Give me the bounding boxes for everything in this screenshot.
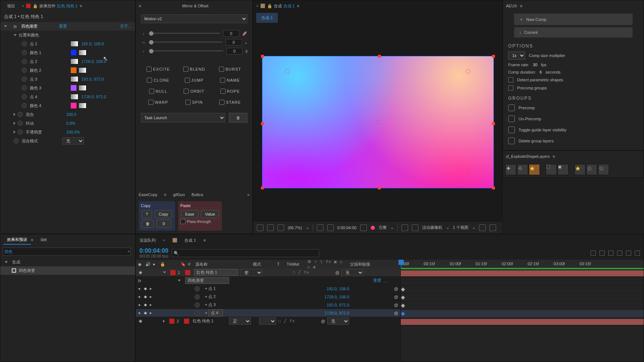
zero-field[interactable]: 0: [156, 220, 171, 228]
label-col-icon[interactable]: 🔖: [181, 262, 186, 267]
passthrough-checkbox[interactable]: Pass-through: [180, 219, 211, 224]
stare-button[interactable]: STARE: [213, 97, 247, 107]
new-comp-button[interactable]: ＋New Comp: [514, 14, 633, 25]
keyframe[interactable]: [401, 287, 405, 291]
audio-col-icon[interactable]: 🔊: [145, 262, 151, 267]
layer2-name[interactable]: 红色 纯色 1: [193, 318, 213, 324]
layer2-bar[interactable]: [401, 318, 644, 326]
fps-value[interactable]: 30: [533, 63, 537, 67]
jump-button[interactable]: JUMP: [177, 75, 212, 85]
keyframe[interactable]: [401, 295, 405, 299]
solo-col-icon[interactable]: ●: [153, 262, 158, 266]
point2-value[interactable]: 1728.0, 108.0: [81, 59, 106, 64]
tl-point4[interactable]: 1728.0, 972.0: [325, 311, 349, 315]
pickwhip-icon[interactable]: @: [394, 287, 398, 291]
task-launch-select[interactable]: Task Launch: [141, 113, 225, 123]
clear-search-icon[interactable]: ×: [128, 249, 130, 253]
group-pos-color[interactable]: 位置和颜色: [19, 32, 39, 38]
timeline-comp-tab[interactable]: 合成 1: [184, 238, 196, 243]
center-icon[interactable]: ›‹: [141, 40, 146, 45]
toggle-guide-action[interactable]: Toggle guide layer visibility: [503, 124, 644, 135]
mask-icon[interactable]: [277, 224, 284, 231]
orbit-button[interactable]: ORBIT: [177, 86, 212, 96]
tl-reset[interactable]: 重置: [373, 278, 381, 283]
timeline-search-input[interactable]: [172, 249, 319, 257]
trash-small-button[interactable]: 🗑: [142, 220, 154, 228]
excite-button[interactable]: EXCITE: [141, 64, 176, 74]
layer2-expand[interactable]: [163, 320, 165, 323]
quality-select[interactable]: 完整: [379, 225, 387, 230]
snapshot-icon[interactable]: [360, 224, 367, 231]
explode-btn1[interactable]: ✦: [505, 164, 516, 175]
transparency-icon[interactable]: [401, 224, 408, 231]
layer1-parent[interactable]: 无: [342, 269, 364, 276]
fx-controls-tab[interactable]: 效果控件 红色 纯色 1: [39, 3, 77, 9]
stopwatch-icon[interactable]: [22, 50, 27, 55]
keyframe-selected[interactable]: [401, 312, 405, 316]
layer1-name[interactable]: 红色 纯色 1: [194, 269, 238, 276]
color2-swatch[interactable]: [70, 67, 77, 74]
color1-swatch[interactable]: [70, 49, 77, 56]
eye-col-icon[interactable]: ◉: [138, 262, 143, 267]
layer2-trkmat[interactable]: 无: [259, 317, 276, 325]
region-icon[interactable]: [257, 224, 263, 231]
rope-button[interactable]: ROPE: [213, 86, 247, 96]
help-button[interactable]: ?: [142, 210, 152, 218]
motion-preset-select[interactable]: Motion v2: [141, 14, 247, 23]
layer1-expand[interactable]: [163, 272, 166, 273]
point3-value[interactable]: 192.0, 972.0: [81, 77, 104, 81]
chevron-left-icon[interactable]: ‹: [141, 31, 146, 36]
category-generate[interactable]: 生成: [12, 259, 20, 265]
precomp-groups-checkbox[interactable]: [508, 85, 513, 90]
delete-groups-action[interactable]: Delete group layers: [503, 135, 644, 146]
color4-swatch[interactable]: [70, 102, 77, 109]
jitter-value[interactable]: 0.0%: [66, 121, 75, 125]
explode-btn4[interactable]: ⛶: [546, 164, 557, 175]
zoom-level[interactable]: (66.7%): [288, 226, 302, 230]
preset-search-input[interactable]: [3, 248, 131, 256]
blend-mode-select[interactable]: 无: [62, 137, 84, 145]
current-button[interactable]: ↓Current: [514, 27, 633, 38]
color3-swatch[interactable]: [70, 85, 77, 91]
lock-col-icon[interactable]: 🔒: [160, 262, 165, 267]
tl-effect-name[interactable]: 四色渐变: [185, 277, 229, 284]
effect-name[interactable]: 四色渐变: [21, 24, 54, 29]
spin-button[interactable]: SPIN: [177, 97, 212, 107]
unprecomp-action[interactable]: Un-Precomp: [503, 113, 644, 124]
detect-checkbox[interactable]: [508, 77, 513, 82]
rift-tab[interactable]: Rift: [40, 238, 47, 242]
composition-canvas[interactable]: [262, 56, 494, 188]
layer2-mode[interactable]: 正常: [229, 317, 251, 325]
point1-value[interactable]: 192.0, 108.0: [81, 42, 104, 46]
frame-blend-icon[interactable]: [599, 251, 605, 256]
chevron-right-icon[interactable]: ›: [141, 49, 146, 53]
layer1-bar[interactable]: [401, 269, 644, 277]
explode-btn5[interactable]: ▣: [558, 164, 569, 175]
ease-button[interactable]: Ease: [181, 210, 198, 218]
explode-btn3[interactable]: ★: [529, 164, 540, 175]
viewer-tab[interactable]: 合成 合成 1: [274, 3, 294, 9]
explode-btn2[interactable]: ✧: [517, 164, 528, 175]
about-link[interactable]: 关于...: [120, 24, 131, 29]
anchor-icon[interactable]: ⟂: [245, 40, 247, 45]
project-tab[interactable]: 项目: [3, 2, 19, 10]
stopwatch-icon[interactable]: [22, 41, 27, 46]
buttca-tab[interactable]: Buttca: [192, 192, 203, 197]
easecopy-tab[interactable]: EaseCopy: [139, 192, 158, 197]
viewer-time[interactable]: 0:00:04:00: [337, 226, 357, 230]
layer1-label[interactable]: [170, 270, 176, 275]
clone-button[interactable]: CLONE: [141, 75, 176, 85]
layer1-mode[interactable]: 变亮: [240, 269, 262, 276]
rocket-icon[interactable]: 🚀: [242, 31, 247, 36]
reset-button[interactable]: 重置: [59, 24, 67, 29]
keyframe[interactable]: [401, 304, 405, 308]
target-icon[interactable]: [70, 41, 78, 47]
views-select[interactable]: 1 个视图: [453, 225, 468, 230]
blend-button[interactable]: BLEND: [177, 64, 212, 74]
explode-btn6[interactable]: ★: [574, 164, 585, 175]
time-ruler[interactable]: :00f 00:15f 01:00f 01:15f 02:00f 02:15f …: [401, 260, 644, 268]
opacity-value[interactable]: 100.0%: [66, 130, 80, 134]
res-icon[interactable]: [317, 224, 323, 231]
comp-breadcrumb[interactable]: 合成 1: [256, 13, 278, 23]
layer2-label[interactable]: [169, 319, 174, 324]
